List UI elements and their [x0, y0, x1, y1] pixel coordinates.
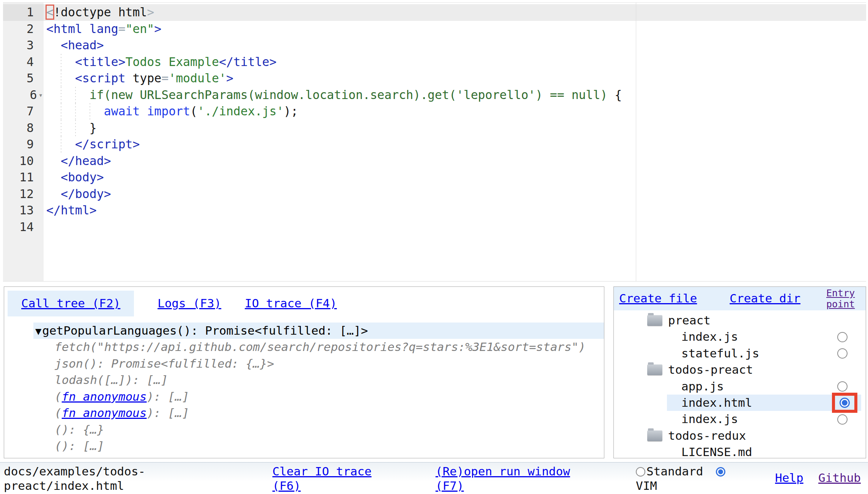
- mode-label-vim[interactable]: VIM: [636, 479, 657, 492]
- code-editor[interactable]: 1<!doctype html>2<html lang="en">3<head>…: [3, 2, 866, 282]
- code-text[interactable]: <title>Todos Example</title>: [44, 54, 866, 71]
- code-line-5[interactable]: 5<script type='module'>: [3, 70, 866, 87]
- code-text[interactable]: </script>: [44, 136, 866, 153]
- mode-radio-standard[interactable]: [636, 467, 645, 477]
- mode-radio-vim[interactable]: [716, 467, 725, 477]
- editor-lines[interactable]: 1<!doctype html>2<html lang="en">3<head>…: [3, 3, 866, 235]
- call-tree-row[interactable]: (): […]: [33, 438, 604, 455]
- code-text[interactable]: }: [44, 120, 866, 137]
- tab-logs-f3[interactable]: Logs (F3): [157, 291, 221, 316]
- file-row-index-js[interactable]: index.js: [667, 329, 861, 345]
- create-file-link[interactable]: Create file: [619, 290, 697, 307]
- code-text[interactable]: </body>: [44, 186, 866, 203]
- mode-label-standard[interactable]: Standard: [646, 464, 703, 478]
- code-text[interactable]: <script type='module'>: [44, 70, 866, 87]
- tab-call-tree-f2[interactable]: Call tree (F2): [8, 291, 134, 316]
- anonymous-fn-link[interactable]: fn anonymous: [62, 390, 147, 403]
- call-tree-row[interactable]: (fn anonymous): […]: [33, 405, 604, 422]
- tab-link[interactable]: Call tree (F2): [21, 296, 120, 310]
- create-dir-link[interactable]: Create dir: [730, 290, 800, 307]
- call-signature: ): […]: [147, 456, 189, 459]
- code-token: lang: [90, 22, 118, 36]
- call-signature: fetch("https://api.github.com/search/rep…: [55, 340, 586, 354]
- expander-triangle-icon[interactable]: ▼: [35, 325, 41, 337]
- file-name[interactable]: index.js: [681, 329, 738, 345]
- code-line-14[interactable]: 14: [3, 219, 866, 236]
- line-number: 8: [3, 120, 44, 137]
- code-text[interactable]: </head>: [44, 153, 866, 170]
- call-tree-row[interactable]: (): {…}: [33, 422, 604, 438]
- call-tree-row[interactable]: json(): Promise<fulfilled: {…}>: [33, 356, 604, 372]
- entry-point-radio[interactable]: [837, 414, 848, 425]
- code-token: <title>: [75, 55, 126, 69]
- file-name[interactable]: index.html: [681, 395, 752, 411]
- anonymous-fn-link[interactable]: fn anonymous: [62, 456, 147, 459]
- entry-point-radio[interactable]: [837, 348, 848, 359]
- code-text[interactable]: <body>: [44, 169, 866, 186]
- code-line-6[interactable]: 6▾if(new URLSearchParams(window.location…: [3, 87, 866, 104]
- code-token: if(new URLSearchParams(window.location.s…: [90, 88, 615, 102]
- call-tree-row[interactable]: (fn anonymous): […]: [33, 455, 604, 459]
- call-tree-row[interactable]: fetch("https://api.github.com/search/rep…: [33, 339, 604, 356]
- file-name[interactable]: stateful.js: [681, 345, 759, 362]
- code-text[interactable]: [44, 219, 866, 236]
- dir-row-todos-preact[interactable]: todos-preact: [647, 362, 861, 378]
- file-row-app-js[interactable]: app.js: [667, 378, 861, 395]
- code-text[interactable]: <html lang="en">: [44, 21, 866, 38]
- entry-point-radio[interactable]: [837, 332, 848, 342]
- code-text[interactable]: <!doctype html>: [44, 4, 866, 21]
- code-line-9[interactable]: 9</script>: [3, 136, 866, 153]
- help-link[interactable]: Help: [775, 471, 804, 485]
- file-row-license-md[interactable]: LICENSE.md: [667, 444, 861, 458]
- entry-point-radio[interactable]: [837, 381, 848, 392]
- call-signature: ): […]: [147, 406, 189, 420]
- tab-link[interactable]: IO trace (F4): [245, 296, 337, 310]
- entry-point-radio[interactable]: [840, 398, 850, 408]
- panel-tabs: Call tree (F2)Logs (F3)IO trace (F4): [4, 287, 604, 316]
- code-line-3[interactable]: 3<head>: [3, 37, 866, 54]
- github-link[interactable]: Github: [818, 471, 861, 485]
- code-text[interactable]: </html>: [44, 202, 866, 219]
- code-line-2[interactable]: 2<html lang="en">: [3, 21, 866, 38]
- clear-io-trace-link[interactable]: Clear IO trace (F6): [272, 464, 374, 493]
- file-name[interactable]: preact: [668, 312, 711, 329]
- line-number: 14: [3, 219, 44, 236]
- file-row-index-html[interactable]: index.html: [667, 395, 861, 411]
- entry-point-link[interactable]: Entry point: [826, 288, 860, 310]
- call-tree-row-selected[interactable]: ▼getPopularLanguages(): Promise<fulfille…: [33, 323, 604, 339]
- code-text[interactable]: await import('./index.js');: [44, 103, 866, 120]
- call-tree-row[interactable]: (fn anonymous): […]: [33, 389, 604, 405]
- code-text[interactable]: if(new URLSearchParams(window.location.s…: [44, 87, 866, 104]
- code-line-13[interactable]: 13</html>: [3, 202, 866, 219]
- reopen-run-window-link[interactable]: (Re)open run window (F7): [436, 464, 573, 493]
- folder-icon: [647, 430, 662, 441]
- file-name[interactable]: todos-redux: [668, 428, 746, 444]
- indent-guides: [46, 87, 90, 104]
- code-token: <script: [75, 71, 126, 85]
- file-name[interactable]: app.js: [681, 378, 724, 395]
- call-signature: (: [55, 456, 62, 459]
- file-row-stateful-js[interactable]: stateful.js: [667, 345, 861, 362]
- fold-arrow-icon[interactable]: ▾: [39, 91, 43, 99]
- code-line-11[interactable]: 11<body>: [3, 169, 866, 186]
- line-number: 11: [3, 169, 44, 186]
- code-line-10[interactable]: 10</head>: [3, 153, 866, 170]
- code-line-7[interactable]: 7await import('./index.js');: [3, 103, 866, 120]
- tab-link[interactable]: Logs (F3): [157, 296, 221, 310]
- file-row-index-js[interactable]: index.js: [667, 411, 861, 427]
- tab-io-trace-f4[interactable]: IO trace (F4): [245, 291, 337, 316]
- code-token: 'module': [168, 71, 226, 85]
- file-name[interactable]: LICENSE.md: [681, 444, 752, 458]
- line-number: 5: [3, 70, 44, 87]
- call-tree-row[interactable]: lodash([…]): […]: [33, 372, 604, 389]
- dir-row-todos-redux[interactable]: todos-redux: [647, 428, 861, 444]
- anonymous-fn-link[interactable]: fn anonymous: [62, 406, 147, 420]
- file-name[interactable]: index.js: [681, 411, 738, 428]
- code-line-4[interactable]: 4<title>Todos Example</title>: [3, 54, 866, 71]
- code-line-12[interactable]: 12</body>: [3, 186, 866, 203]
- file-name[interactable]: todos-preact: [668, 362, 753, 378]
- dir-row-preact[interactable]: preact: [647, 312, 861, 329]
- code-line-8[interactable]: 8}: [3, 120, 866, 137]
- code-line-1[interactable]: 1<!doctype html>: [3, 4, 866, 21]
- code-text[interactable]: <head>: [44, 37, 866, 54]
